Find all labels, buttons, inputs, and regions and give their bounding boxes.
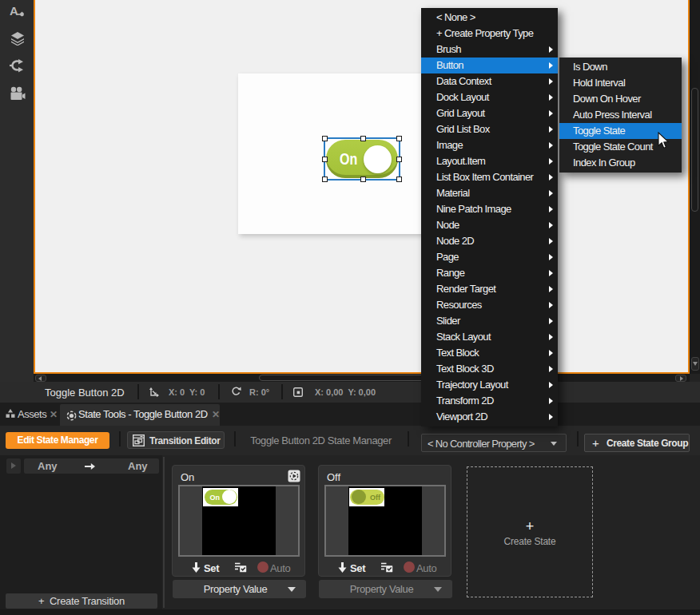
svg-text:A: A (10, 4, 18, 18)
